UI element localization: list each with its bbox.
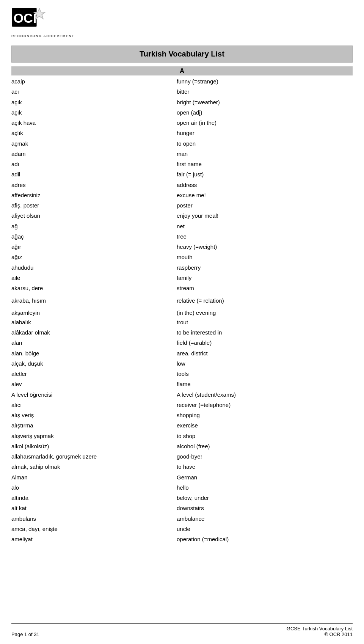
table-row: adresaddress	[11, 180, 353, 190]
turkish-word: ameliyat	[11, 534, 175, 544]
table-row: afiş, posterposter	[11, 200, 353, 210]
table-row: altındabelow, under	[11, 493, 353, 503]
table-row: açlıkhunger	[11, 128, 353, 138]
english-translation: field (=arable)	[175, 338, 353, 348]
turkish-word: alıcı	[11, 400, 175, 410]
turkish-word: amca, dayı, enişte	[11, 524, 175, 534]
page-header: OCR RECOGNISING ACHIEVEMENT	[0, 0, 364, 42]
table-row: alanfield (=arable)	[11, 338, 353, 348]
turkish-word: afiş, poster	[11, 200, 175, 210]
english-translation: net	[175, 221, 353, 231]
english-translation: exercise	[175, 420, 353, 430]
turkish-word: aile	[11, 273, 175, 283]
english-translation: below, under	[175, 493, 353, 503]
turkish-word: ağaç	[11, 231, 175, 242]
turkish-word: açık	[11, 107, 175, 118]
turkish-word: alışveriş yapmak	[11, 431, 175, 441]
turkish-word: acaip	[11, 76, 175, 86]
table-row: aletlertools	[11, 369, 353, 379]
turkish-word: alabalık	[11, 317, 175, 327]
english-translation: family	[175, 273, 353, 283]
turkish-word: A level öğrencisi	[11, 390, 175, 400]
table-row: alâkadar olmakto be interested in	[11, 327, 353, 338]
table-row: ağaçtree	[11, 231, 353, 242]
table-row: adamman	[11, 149, 353, 159]
turkish-word: alan	[11, 338, 175, 348]
page-footer: Page 1 of 31 GCSE Turkish Vocabulary Lis…	[11, 623, 353, 637]
vocabulary-table: acaipfunny (=strange)acıbitteraçıkbright…	[11, 76, 353, 544]
english-translation: mouth	[175, 252, 353, 262]
english-translation: shopping	[175, 410, 353, 420]
table-row: alçak, düşüklow	[11, 358, 353, 369]
table-row: alohello	[11, 482, 353, 493]
turkish-word: açlık	[11, 128, 175, 138]
table-row: açıkopen (adj)	[11, 107, 353, 118]
english-translation: trout	[175, 317, 353, 327]
table-row: alt katdownstairs	[11, 503, 353, 513]
turkish-word: adı	[11, 159, 175, 169]
table-row: alıcıreceiver (=telephone)	[11, 400, 353, 410]
table-row: akşamleyin(in the) evening	[11, 305, 353, 317]
turkish-word: allahaısmarladık, görüşmek üzere	[11, 451, 175, 462]
table-row: ahududuraspberry	[11, 262, 353, 273]
table-row: alabalıktrout	[11, 317, 353, 327]
content-area: A acaipfunny (=strange)acıbitteraçıkbrig…	[0, 66, 364, 544]
turkish-word: alış veriş	[11, 410, 175, 420]
table-row: A level öğrencisiA level (student/exams)	[11, 390, 353, 400]
turkish-word: alo	[11, 482, 175, 493]
turkish-word: aletler	[11, 369, 175, 379]
english-translation: tools	[175, 369, 353, 379]
turkish-word: akraba, hısım	[11, 293, 175, 305]
table-row: açık havaopen air (in the)	[11, 118, 353, 128]
table-row: amca, dayı, enişteuncle	[11, 524, 353, 534]
turkish-word: Alman	[11, 472, 175, 482]
english-translation: tree	[175, 231, 353, 242]
table-row: akraba, hısımrelative (= relation)	[11, 293, 353, 305]
english-translation: open air (in the)	[175, 118, 353, 128]
turkish-word: akarsu, dere	[11, 283, 175, 293]
english-translation: fair (= just)	[175, 169, 353, 179]
table-row: alevflame	[11, 379, 353, 389]
english-translation: man	[175, 149, 353, 159]
turkish-word: ağır	[11, 242, 175, 252]
english-translation: poster	[175, 200, 353, 210]
english-translation: area, district	[175, 348, 353, 358]
english-translation: bitter	[175, 86, 353, 97]
table-row: ağırheavy (=weight)	[11, 242, 353, 252]
english-translation: receiver (=telephone)	[175, 400, 353, 410]
english-translation: enjoy your meal!	[175, 210, 353, 221]
logo-subtitle: RECOGNISING ACHIEVEMENT	[11, 34, 74, 38]
turkish-word: ağ	[11, 221, 175, 231]
turkish-word: acı	[11, 86, 175, 97]
table-row: alkol (alkolsüz)alcohol (free)	[11, 441, 353, 451]
table-row: acıbitter	[11, 86, 353, 97]
table-row: ailefamily	[11, 273, 353, 283]
turkish-word: alev	[11, 379, 175, 389]
english-translation: bright (=weather)	[175, 97, 353, 107]
table-row: alışveriş yapmakto shop	[11, 431, 353, 441]
turkish-word: adam	[11, 149, 175, 159]
table-row: ağızmouth	[11, 252, 353, 262]
table-row: açıkbright (=weather)	[11, 97, 353, 107]
turkish-word: alkol (alkolsüz)	[11, 441, 175, 451]
english-translation: to open	[175, 138, 353, 149]
turkish-word: affedersiniz	[11, 190, 175, 200]
turkish-word: adres	[11, 180, 175, 190]
english-translation: open (adj)	[175, 107, 353, 118]
turkish-word: ambulans	[11, 514, 175, 524]
english-translation: alcohol (free)	[175, 441, 353, 451]
turkish-word: ahududu	[11, 262, 175, 273]
logo-area: OCR RECOGNISING ACHIEVEMENT	[11, 7, 74, 38]
english-translation: uncle	[175, 524, 353, 534]
turkish-word: akşamleyin	[11, 305, 175, 317]
english-translation: excuse me!	[175, 190, 353, 200]
turkish-word: alâkadar olmak	[11, 327, 175, 338]
turkish-word: açmak	[11, 138, 175, 149]
turkish-word: alan, bölge	[11, 348, 175, 358]
copyright-line2: © OCR 2011	[287, 631, 353, 637]
table-row: AlmanGerman	[11, 472, 353, 482]
table-row: adıfirst name	[11, 159, 353, 169]
english-translation: German	[175, 472, 353, 482]
table-row: akarsu, derestream	[11, 283, 353, 293]
english-translation: A level (student/exams)	[175, 390, 353, 400]
